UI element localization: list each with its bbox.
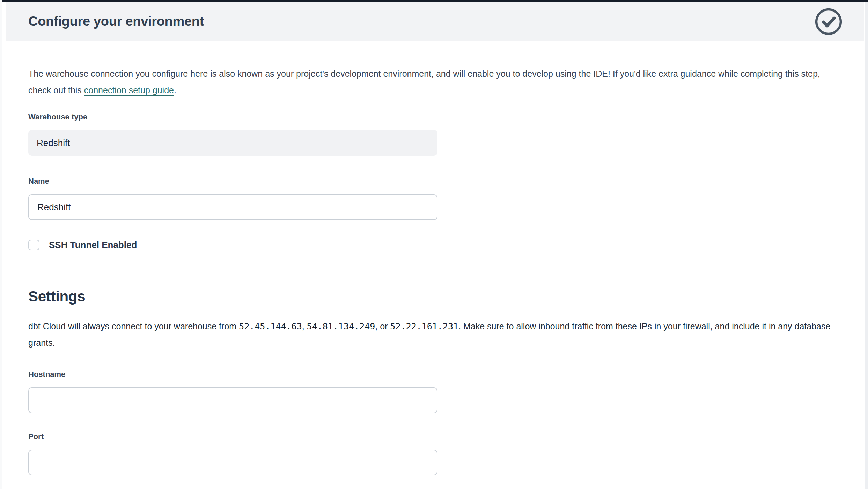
name-label: Name [28,177,842,185]
name-input[interactable] [28,194,437,220]
page-scrollbar[interactable] [865,2,868,489]
collapsed-sidebar-edge [0,0,2,489]
warehouse-type-field [28,130,437,156]
port-input[interactable] [28,450,437,475]
hostname-input[interactable] [28,387,437,413]
settings-desc-text: dbt Cloud will always connect to your wa… [28,321,239,331]
settings-description: dbt Cloud will always connect to your wa… [28,318,842,351]
ssh-tunnel-checkbox[interactable] [28,240,39,250]
ssh-tunnel-row: SSH Tunnel Enabled [28,240,842,250]
configure-environment-card: Configure your environment The warehouse… [6,2,864,475]
warehouse-type-label: Warehouse type [28,113,842,121]
ip-address-1: 52.45.144.63 [239,321,302,331]
check-circle-icon [815,8,843,36]
intro-paragraph: The warehouse connection you configure h… [28,66,842,98]
intro-text-after-link: . [174,85,176,95]
ssh-tunnel-label[interactable]: SSH Tunnel Enabled [49,240,137,250]
settings-desc-sep2: , or [375,321,390,331]
connection-setup-guide-link[interactable]: connection setup guide [84,85,174,95]
hostname-label: Hostname [28,371,842,378]
card-header: Configure your environment [6,2,864,41]
page-title: Configure your environment [28,14,204,29]
ip-address-3: 52.22.161.231 [390,321,458,331]
port-label: Port [28,433,842,440]
card-body: The warehouse connection you configure h… [6,66,864,475]
ip-address-2: 54.81.134.249 [307,321,375,331]
settings-heading: Settings [28,288,842,305]
settings-desc-sep1: , [302,321,307,331]
